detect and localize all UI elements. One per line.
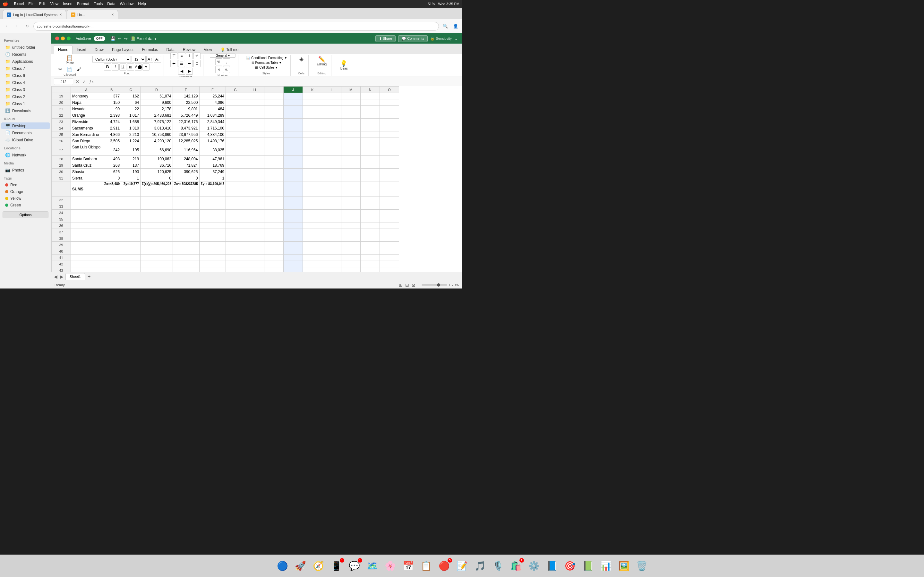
cell-empty[interactable] [173, 268, 199, 272]
decrease-indent-button[interactable]: ◀ [178, 68, 185, 75]
cell-empty[interactable] [341, 131, 360, 138]
cell-empty[interactable] [121, 203, 141, 210]
row-header[interactable]: 38 [52, 235, 71, 242]
col-header-m[interactable]: M [341, 87, 360, 93]
sidebar-item-class3[interactable]: 📁 Class 3 [1, 86, 50, 93]
cell-b[interactable]: 99 [102, 106, 121, 112]
cell-d[interactable]: 7,975,122 [141, 119, 173, 125]
row-header[interactable]: 28 [52, 156, 71, 162]
cell-d[interactable]: 4,290,120 [141, 138, 173, 144]
cell-empty[interactable] [199, 216, 226, 222]
cell-empty[interactable] [380, 242, 399, 248]
cell-empty[interactable] [360, 216, 380, 222]
cell-empty[interactable] [303, 268, 322, 272]
row-header[interactable]: 30 [52, 169, 71, 175]
sidebar-item-documents[interactable]: 📄 Documents [1, 129, 50, 136]
cell-empty[interactable] [322, 222, 341, 229]
cell-empty[interactable] [360, 144, 380, 156]
cell-empty[interactable] [380, 229, 399, 235]
cell-empty[interactable] [284, 119, 303, 125]
cell-empty[interactable] [380, 255, 399, 261]
browser-tab-1[interactable]: L Log In | LoudCloud Systems ✕ [3, 10, 66, 19]
tab-close-1[interactable]: ✕ [59, 13, 62, 16]
cell-empty[interactable] [245, 106, 264, 112]
menu-data[interactable]: Data [107, 2, 115, 6]
menu-edit[interactable]: Edit [39, 2, 46, 6]
cell-f[interactable]: 1,716,100 [199, 125, 226, 131]
cell-empty[interactable] [303, 242, 322, 248]
cell-empty[interactable] [380, 268, 399, 272]
row-header[interactable]: 27 [52, 144, 71, 156]
cell-empty[interactable] [341, 222, 360, 229]
cell-b[interactable]: 4,866 [102, 131, 121, 138]
cell-empty[interactable] [360, 125, 380, 131]
minimize-button[interactable] [61, 37, 65, 40]
cell-empty[interactable] [245, 216, 264, 222]
cell-empty[interactable] [264, 144, 284, 156]
cell-empty[interactable] [226, 255, 245, 261]
cell-empty[interactable] [322, 248, 341, 255]
cell-empty[interactable] [380, 235, 399, 242]
cell-empty[interactable] [284, 248, 303, 255]
cell-empty[interactable] [341, 162, 360, 169]
cell-empty[interactable] [380, 222, 399, 229]
col-header-e[interactable]: E [173, 87, 199, 93]
cell-empty[interactable] [226, 125, 245, 131]
cell-empty[interactable] [226, 131, 245, 138]
cell-b[interactable]: 268 [102, 162, 121, 169]
cell-e[interactable]: 71,824 [173, 162, 199, 169]
cell-empty[interactable] [380, 175, 399, 181]
cell-empty[interactable] [360, 197, 380, 203]
wrap-text-button[interactable]: ↵ [194, 52, 200, 59]
cell-c[interactable]: 1 [121, 175, 141, 181]
cell-empty[interactable] [380, 93, 399, 99]
cell-empty[interactable] [380, 119, 399, 125]
increase-indent-button[interactable]: ▶ [186, 68, 193, 75]
cell-empty[interactable] [199, 197, 226, 203]
cell-empty[interactable] [226, 119, 245, 125]
cell-empty[interactable] [341, 235, 360, 242]
cell-empty[interactable] [245, 144, 264, 156]
col-header-o[interactable]: O [380, 87, 399, 93]
cell-a[interactable]: Sierra [71, 175, 102, 181]
cell-empty[interactable] [322, 229, 341, 235]
cell-f[interactable]: 37,249 [199, 169, 226, 175]
cell-empty[interactable] [264, 106, 284, 112]
cell-empty[interactable] [226, 261, 245, 268]
cell-empty[interactable] [303, 181, 322, 197]
cell-empty[interactable] [284, 169, 303, 175]
cell-b[interactable]: 2,393 [102, 112, 121, 119]
cell-empty[interactable] [322, 210, 341, 216]
cell-empty[interactable] [322, 175, 341, 181]
cell-empty[interactable] [380, 156, 399, 162]
tab-formulas[interactable]: Formulas [137, 45, 162, 54]
cell-empty[interactable] [360, 119, 380, 125]
cell-empty[interactable] [264, 162, 284, 169]
fill-color-button[interactable]: A⬤ [135, 63, 142, 71]
menu-window[interactable]: Window [120, 2, 134, 6]
col-header-n[interactable]: N [360, 87, 380, 93]
cell-empty[interactable] [322, 255, 341, 261]
cell-empty[interactable] [141, 222, 173, 229]
cell-empty[interactable] [360, 169, 380, 175]
cell-empty[interactable] [303, 156, 322, 162]
tab-view[interactable]: View [200, 45, 216, 54]
cell-empty[interactable] [245, 203, 264, 210]
address-bar[interactable]: coursehero.com/tutors/homework-... [33, 22, 439, 31]
cell-empty[interactable] [173, 210, 199, 216]
cell-b[interactable]: 3,505 [102, 138, 121, 144]
cell-empty[interactable] [121, 261, 141, 268]
cell-empty[interactable] [322, 125, 341, 131]
cell-c[interactable]: 162 [121, 93, 141, 99]
cell-empty[interactable] [199, 229, 226, 235]
cell-empty[interactable] [264, 235, 284, 242]
cell-empty[interactable] [141, 261, 173, 268]
cell-empty[interactable] [173, 222, 199, 229]
cell-empty[interactable] [303, 131, 322, 138]
forward-button[interactable]: › [13, 23, 21, 30]
cell-f[interactable]: 38,025 [199, 144, 226, 156]
row-header[interactable]: 41 [52, 255, 71, 261]
cell-e[interactable]: 5,726,449 [173, 112, 199, 119]
cell-empty[interactable] [226, 93, 245, 99]
cell-empty[interactable] [341, 119, 360, 125]
